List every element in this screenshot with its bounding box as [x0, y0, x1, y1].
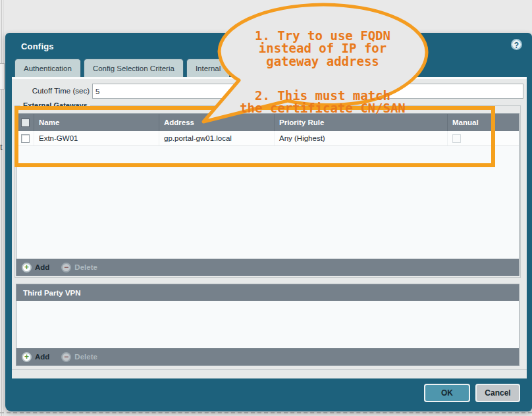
plus-icon: + [22, 352, 32, 362]
column-header-address: Address [159, 114, 275, 131]
minus-icon: − [61, 263, 71, 273]
dialog-title: Configs [21, 41, 54, 51]
column-header-spacer [495, 114, 519, 131]
dialog-content-panel: Cutoff Time (sec) External Gateways Name… [12, 77, 527, 378]
background-window-edge-2 [3, 0, 4, 416]
background-clipped-text: t [0, 142, 3, 152]
configs-dialog: Configs ? Authentication Config Selectio… [5, 33, 532, 411]
background-dashed-edge [0, 412, 532, 413]
help-icon[interactable]: ? [511, 39, 522, 50]
third-party-vpn-header: Third Party VPN [16, 284, 519, 301]
column-header-name: Name [34, 114, 159, 131]
cell-priority-rule: Any (Highest) [275, 131, 448, 145]
add-gateway-button[interactable]: + Add [22, 263, 49, 273]
background-window-edge [1, 0, 2, 416]
gateways-toolbar: + Add − Delete [16, 259, 519, 276]
manual-checkbox[interactable] [452, 134, 461, 143]
background-window-fragment [0, 63, 5, 90]
add-label: Add [35, 263, 49, 271]
tab-bar: Authentication Config Selection Criteria… [14, 59, 230, 78]
tab-config-selection-criteria[interactable]: Config Selection Criteria [84, 59, 184, 78]
tab-authentication[interactable]: Authentication [14, 59, 81, 78]
plus-icon: + [22, 263, 32, 273]
select-all-checkbox[interactable] [21, 118, 30, 127]
cell-spacer [495, 131, 519, 145]
header-checkbox-cell [16, 114, 34, 131]
delete-label: Delete [74, 353, 97, 361]
ok-button[interactable]: OK [424, 384, 470, 402]
row-checkbox[interactable] [21, 134, 30, 143]
cutoff-time-input[interactable] [92, 84, 523, 99]
cell-name: Extn-GW01 [34, 131, 159, 145]
cell-address: gp.portal-gw01.local [159, 131, 275, 145]
column-header-manual: Manual [448, 114, 495, 131]
screen: t Configs ? Authentication Config Select… [0, 0, 532, 416]
row-checkbox-cell [16, 131, 34, 145]
table-row[interactable]: Extn-GW01 gp.portal-gw01.local Any (High… [16, 131, 519, 146]
table-empty-area [16, 146, 519, 259]
delete-vpn-button[interactable]: − Delete [61, 352, 97, 362]
cutoff-time-label: Cutoff Time (sec) [17, 87, 90, 95]
third-party-vpn-table: Third Party VPN + Add − Delete [16, 284, 519, 366]
external-gateways-legend: External Gateways [20, 101, 90, 109]
add-label: Add [35, 353, 49, 361]
add-vpn-button[interactable]: + Add [22, 352, 49, 362]
minus-icon: − [61, 352, 71, 362]
table-header-row: Name Address Priority Rule Manual [16, 114, 519, 131]
delete-gateway-button[interactable]: − Delete [61, 263, 97, 273]
cancel-button[interactable]: Cancel [475, 384, 520, 402]
tab-internal[interactable]: Internal [186, 59, 230, 78]
cell-manual [448, 131, 495, 145]
delete-label: Delete [74, 263, 97, 271]
panel-bottom-edge [12, 369, 527, 370]
external-gateways-table: Name Address Priority Rule Manual Extn-G… [16, 113, 519, 276]
column-header-priority-rule: Priority Rule [275, 114, 448, 131]
third-party-vpn-toolbar: + Add − Delete [16, 348, 519, 365]
third-party-vpn-empty-area [16, 301, 519, 348]
